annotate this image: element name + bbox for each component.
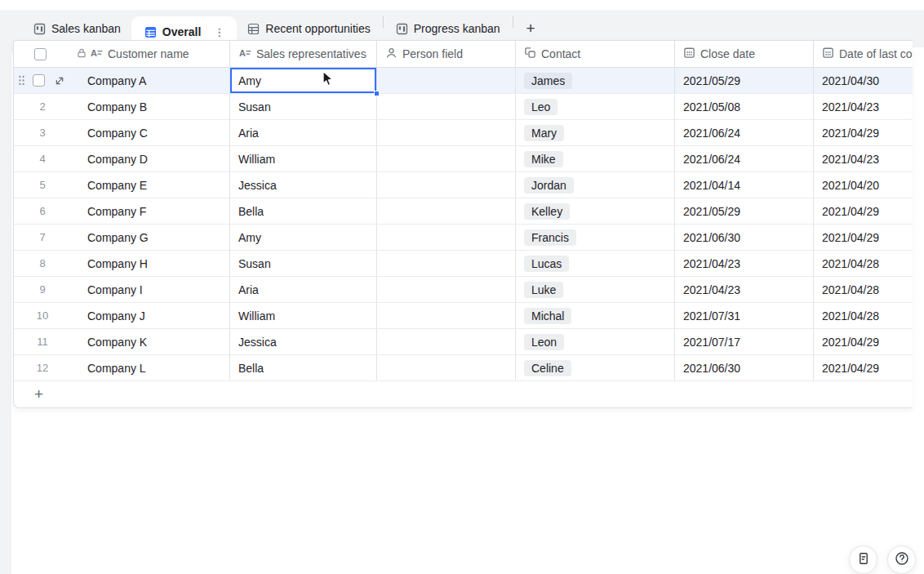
close-date-cell[interactable]: 2021/07/17 — [675, 329, 814, 354]
close-date: 2021/06/30 — [683, 362, 740, 375]
customer-name-cell[interactable]: 3Company C — [14, 120, 230, 145]
column-header-sales-representatives[interactable]: ASales representatives — [230, 41, 377, 67]
contact-cell[interactable]: Mary — [516, 120, 675, 145]
person-field-cell[interactable] — [377, 68, 516, 93]
fill-handle[interactable] — [374, 91, 380, 96]
help-button[interactable] — [887, 545, 916, 574]
calendar-icon — [822, 47, 834, 61]
customer-name-cell[interactable]: 12Company L — [14, 355, 230, 380]
sales-rep-cell[interactable]: Jessica — [230, 329, 377, 354]
contact-cell[interactable]: Jordan — [516, 172, 675, 198]
customer-name-cell[interactable]: 10Company J — [14, 303, 230, 328]
last-contact-date-cell[interactable]: 2021/04/23 — [814, 146, 913, 171]
column-header-customer-name[interactable]: ACustomer name — [14, 41, 230, 67]
sales-rep-cell[interactable]: Susan — [230, 251, 377, 276]
customer-name-cell[interactable]: 5Company E — [14, 172, 230, 198]
column-header-date-of-last-co[interactable]: Date of last co — [814, 41, 913, 67]
close-date-cell[interactable]: 2021/05/08 — [675, 94, 814, 119]
person-field-cell[interactable] — [377, 120, 516, 145]
customer-name: Company A — [87, 74, 146, 87]
customer-name-cell[interactable]: 2Company B — [14, 94, 230, 119]
row-checkbox[interactable] — [33, 74, 45, 87]
contact-cell[interactable]: James — [516, 68, 675, 93]
contact-cell[interactable]: Mike — [516, 146, 675, 171]
table-row-12: 12Company LBellaCeline2021/06/302021/04/… — [14, 355, 913, 381]
person-field-cell[interactable] — [377, 146, 516, 171]
close-date-cell[interactable]: 2021/06/24 — [675, 120, 814, 145]
drag-handle-icon[interactable] — [18, 74, 25, 87]
sales-rep-cell[interactable]: Bella — [230, 198, 377, 224]
contact-tag: Luke — [524, 282, 563, 298]
last-contact-date-cell[interactable]: 2021/04/23 — [814, 94, 913, 119]
contact-tag: James — [524, 73, 572, 89]
close-date-cell[interactable]: 2021/04/23 — [675, 277, 814, 302]
last-contact-date-cell[interactable]: 2021/04/28 — [814, 277, 913, 302]
contact-cell[interactable]: Celine — [516, 355, 675, 380]
person-field-cell[interactable] — [377, 225, 516, 250]
customer-name: Company D — [87, 153, 148, 166]
person-field-cell[interactable] — [377, 303, 516, 328]
tab-menu-icon[interactable]: ⋮ — [211, 26, 227, 38]
person-field-cell[interactable] — [377, 198, 516, 224]
column-header-contact[interactable]: Contact — [516, 41, 675, 67]
expand-record-icon[interactable] — [54, 75, 65, 87]
select-all-checkbox[interactable] — [34, 48, 47, 60]
add-row-button[interactable]: + — [14, 381, 913, 407]
close-date-cell[interactable]: 2021/06/30 — [675, 225, 814, 250]
sales-rep-cell[interactable]: Amy — [230, 68, 377, 93]
last-contact-date-cell[interactable]: 2021/04/29 — [814, 329, 913, 354]
contact-tag: Leon — [524, 334, 564, 350]
contact-cell[interactable]: Luke — [516, 277, 675, 302]
sales-rep-cell[interactable]: Susan — [230, 94, 377, 119]
person-field-cell[interactable] — [377, 329, 516, 354]
column-header-person-field[interactable]: Person field — [377, 41, 516, 67]
close-date-cell[interactable]: 2021/04/23 — [675, 251, 814, 276]
sales-rep-cell[interactable]: Aria — [230, 277, 377, 302]
contact-cell[interactable]: Leo — [516, 94, 675, 119]
person-field-cell[interactable] — [377, 355, 516, 380]
contact-cell[interactable]: Francis — [516, 225, 675, 250]
sales-rep-cell[interactable]: William — [230, 303, 377, 328]
sales-rep-cell[interactable]: Aria — [230, 120, 377, 145]
sales-rep-cell[interactable]: Jessica — [230, 172, 377, 198]
customer-name-cell[interactable]: 4Company D — [14, 146, 230, 171]
last-contact-date-cell[interactable]: 2021/04/29 — [814, 225, 913, 250]
sales-rep-cell[interactable]: Amy — [230, 225, 377, 250]
last-contact-date-cell[interactable]: 2021/04/30 — [814, 68, 913, 93]
contact-cell[interactable]: Michal — [516, 303, 675, 328]
customer-name-cell[interactable]: 6Company F — [14, 198, 230, 224]
last-contact-date-cell[interactable]: 2021/04/20 — [814, 172, 913, 198]
close-date-cell[interactable]: 2021/04/14 — [675, 172, 814, 198]
close-date-cell[interactable]: 2021/06/30 — [675, 355, 814, 380]
customer-name-cell[interactable]: 7Company G — [14, 225, 230, 250]
contact-cell[interactable]: Lucas — [516, 251, 675, 276]
customer-name-cell[interactable]: 11Company K — [14, 329, 230, 354]
person-field-cell[interactable] — [377, 277, 516, 302]
contact-cell[interactable]: Kelley — [516, 198, 675, 224]
column-header-close-date[interactable]: Close date — [675, 41, 814, 67]
sales-rep-cell[interactable]: William — [230, 146, 377, 171]
sales-rep: William — [238, 153, 275, 166]
person-field-cell[interactable] — [377, 172, 516, 198]
question-icon — [894, 550, 910, 569]
close-date-cell[interactable]: 2021/06/24 — [675, 146, 814, 171]
close-date-cell[interactable]: 2021/05/29 — [675, 198, 814, 224]
customer-name-cell[interactable]: 8Company H — [14, 251, 230, 276]
customer-name-cell[interactable]: 9Company I — [14, 277, 230, 302]
last-contact-date-cell[interactable]: 2021/04/29 — [814, 355, 913, 380]
close-date-cell[interactable]: 2021/05/29 — [675, 68, 814, 93]
contact-cell[interactable]: Leon — [516, 329, 675, 354]
person-field-cell[interactable] — [377, 251, 516, 276]
record-panel-button[interactable] — [849, 545, 877, 574]
last-contact-date-cell[interactable]: 2021/04/28 — [814, 303, 913, 328]
last-contact-date-cell[interactable]: 2021/04/29 — [814, 198, 913, 224]
customer-name-cell[interactable]: Company A — [14, 68, 230, 93]
person-field-cell[interactable] — [377, 94, 516, 119]
close-date-cell[interactable]: 2021/07/31 — [675, 303, 814, 328]
last-contact-date-cell[interactable]: 2021/04/28 — [814, 251, 913, 276]
lock-icon — [76, 47, 87, 61]
sales-rep-cell[interactable]: Bella — [230, 355, 377, 380]
sales-rep: Amy — [238, 74, 261, 87]
last-contact-date: 2021/04/28 — [822, 257, 879, 270]
last-contact-date-cell[interactable]: 2021/04/29 — [814, 120, 913, 145]
